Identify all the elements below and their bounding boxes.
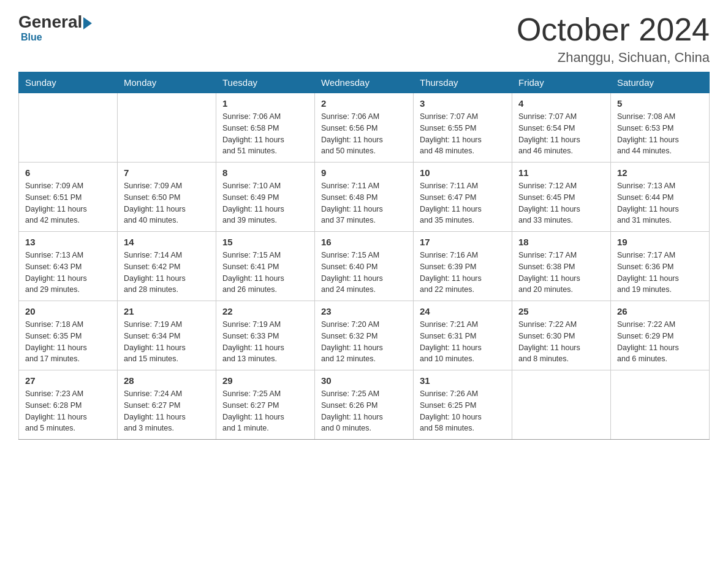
calendar-header-friday: Friday [512,72,611,93]
calendar-cell: 15Sunrise: 7:15 AMSunset: 6:41 PMDayligh… [216,232,315,301]
day-number: 30 [321,375,407,386]
calendar-cell [512,370,611,440]
calendar-week-5: 27Sunrise: 7:23 AMSunset: 6:28 PMDayligh… [19,370,710,440]
calendar-week-1: 1Sunrise: 7:06 AMSunset: 6:58 PMDaylight… [19,93,710,163]
day-info: Sunrise: 7:13 AMSunset: 6:44 PMDaylight:… [617,180,703,226]
calendar-header-monday: Monday [118,72,216,93]
day-number: 28 [124,375,210,386]
day-number: 27 [25,375,111,386]
calendar-cell: 16Sunrise: 7:15 AMSunset: 6:40 PMDayligh… [315,232,414,301]
day-number: 25 [518,306,604,316]
logo-arrow-icon [83,17,92,29]
day-info: Sunrise: 7:06 AMSunset: 6:56 PMDaylight:… [321,111,407,157]
day-info: Sunrise: 7:15 AMSunset: 6:41 PMDaylight:… [222,250,308,296]
day-info: Sunrise: 7:09 AMSunset: 6:51 PMDaylight:… [25,180,111,226]
day-number: 3 [420,98,506,109]
day-number: 20 [25,306,111,316]
title-area: October 2024 Zhanggu, Sichuan, China [517,12,710,66]
month-title: October 2024 [517,12,710,47]
calendar-cell: 4Sunrise: 7:07 AMSunset: 6:54 PMDaylight… [512,93,611,163]
day-info: Sunrise: 7:06 AMSunset: 6:58 PMDaylight:… [222,111,308,157]
day-number: 16 [321,237,407,247]
calendar-week-4: 20Sunrise: 7:18 AMSunset: 6:35 PMDayligh… [19,301,710,370]
calendar-cell: 11Sunrise: 7:12 AMSunset: 6:45 PMDayligh… [512,163,611,232]
day-number: 2 [321,98,407,109]
calendar-cell: 25Sunrise: 7:22 AMSunset: 6:30 PMDayligh… [512,301,611,370]
day-info: Sunrise: 7:22 AMSunset: 6:30 PMDaylight:… [518,319,604,365]
day-info: Sunrise: 7:14 AMSunset: 6:42 PMDaylight:… [124,250,210,296]
day-number: 9 [321,167,407,178]
calendar-cell: 10Sunrise: 7:11 AMSunset: 6:47 PMDayligh… [414,163,512,232]
calendar-cell: 6Sunrise: 7:09 AMSunset: 6:51 PMDaylight… [19,163,118,232]
day-number: 18 [518,237,604,247]
day-number: 8 [222,167,308,178]
calendar-cell: 22Sunrise: 7:19 AMSunset: 6:33 PMDayligh… [216,301,315,370]
day-number: 15 [222,237,308,247]
day-info: Sunrise: 7:23 AMSunset: 6:28 PMDaylight:… [25,388,111,434]
calendar-cell: 29Sunrise: 7:25 AMSunset: 6:27 PMDayligh… [216,370,315,440]
day-info: Sunrise: 7:18 AMSunset: 6:35 PMDaylight:… [25,319,111,365]
calendar-cell [118,93,216,163]
calendar-cell: 23Sunrise: 7:20 AMSunset: 6:32 PMDayligh… [315,301,414,370]
day-number: 29 [222,375,308,386]
logo-text: General [18,12,92,32]
day-info: Sunrise: 7:12 AMSunset: 6:45 PMDaylight:… [518,180,604,226]
day-info: Sunrise: 7:19 AMSunset: 6:33 PMDaylight:… [222,319,308,365]
day-info: Sunrise: 7:11 AMSunset: 6:48 PMDaylight:… [321,180,407,226]
calendar-cell: 19Sunrise: 7:17 AMSunset: 6:36 PMDayligh… [611,232,710,301]
day-number: 6 [25,167,111,178]
calendar-header-thursday: Thursday [414,72,512,93]
day-info: Sunrise: 7:17 AMSunset: 6:36 PMDaylight:… [617,250,703,296]
day-number: 17 [420,237,506,247]
calendar-cell: 2Sunrise: 7:06 AMSunset: 6:56 PMDaylight… [315,93,414,163]
day-info: Sunrise: 7:24 AMSunset: 6:27 PMDaylight:… [124,388,210,434]
day-number: 26 [617,306,703,316]
calendar-week-2: 6Sunrise: 7:09 AMSunset: 6:51 PMDaylight… [19,163,710,232]
location-title: Zhanggu, Sichuan, China [517,50,710,66]
day-number: 19 [617,237,703,247]
page-header: General Blue October 2024 Zhanggu, Sichu… [18,12,710,66]
calendar-cell: 20Sunrise: 7:18 AMSunset: 6:35 PMDayligh… [19,301,118,370]
calendar-cell: 30Sunrise: 7:25 AMSunset: 6:26 PMDayligh… [315,370,414,440]
day-number: 14 [124,237,210,247]
day-info: Sunrise: 7:16 AMSunset: 6:39 PMDaylight:… [420,250,506,296]
calendar-cell: 8Sunrise: 7:10 AMSunset: 6:49 PMDaylight… [216,163,315,232]
day-number: 4 [518,98,604,109]
calendar-cell: 31Sunrise: 7:26 AMSunset: 6:25 PMDayligh… [414,370,512,440]
calendar-cell [19,93,118,163]
calendar-cell: 9Sunrise: 7:11 AMSunset: 6:48 PMDaylight… [315,163,414,232]
calendar-week-3: 13Sunrise: 7:13 AMSunset: 6:43 PMDayligh… [19,232,710,301]
calendar-cell: 14Sunrise: 7:14 AMSunset: 6:42 PMDayligh… [118,232,216,301]
day-info: Sunrise: 7:25 AMSunset: 6:27 PMDaylight:… [222,388,308,434]
logo-general-text: General [18,12,82,32]
day-info: Sunrise: 7:20 AMSunset: 6:32 PMDaylight:… [321,319,407,365]
logo-blue-text: Blue [21,32,42,43]
day-info: Sunrise: 7:07 AMSunset: 6:55 PMDaylight:… [420,111,506,157]
calendar-cell: 3Sunrise: 7:07 AMSunset: 6:55 PMDaylight… [414,93,512,163]
day-info: Sunrise: 7:13 AMSunset: 6:43 PMDaylight:… [25,250,111,296]
day-info: Sunrise: 7:09 AMSunset: 6:50 PMDaylight:… [124,180,210,226]
calendar-cell: 24Sunrise: 7:21 AMSunset: 6:31 PMDayligh… [414,301,512,370]
calendar-header-saturday: Saturday [611,72,710,93]
logo: General Blue [18,12,92,43]
day-number: 24 [420,306,506,316]
calendar-table: SundayMondayTuesdayWednesdayThursdayFrid… [18,72,710,440]
day-info: Sunrise: 7:17 AMSunset: 6:38 PMDaylight:… [518,250,604,296]
day-info: Sunrise: 7:26 AMSunset: 6:25 PMDaylight:… [420,388,506,434]
calendar-header-wednesday: Wednesday [315,72,414,93]
day-number: 21 [124,306,210,316]
day-info: Sunrise: 7:11 AMSunset: 6:47 PMDaylight:… [420,180,506,226]
calendar-cell: 12Sunrise: 7:13 AMSunset: 6:44 PMDayligh… [611,163,710,232]
day-info: Sunrise: 7:22 AMSunset: 6:29 PMDaylight:… [617,319,703,365]
day-number: 7 [124,167,210,178]
day-number: 1 [222,98,308,109]
day-info: Sunrise: 7:07 AMSunset: 6:54 PMDaylight:… [518,111,604,157]
day-info: Sunrise: 7:25 AMSunset: 6:26 PMDaylight:… [321,388,407,434]
calendar-cell: 26Sunrise: 7:22 AMSunset: 6:29 PMDayligh… [611,301,710,370]
day-number: 13 [25,237,111,247]
calendar-cell: 17Sunrise: 7:16 AMSunset: 6:39 PMDayligh… [414,232,512,301]
calendar-cell: 13Sunrise: 7:13 AMSunset: 6:43 PMDayligh… [19,232,118,301]
day-number: 12 [617,167,703,178]
day-info: Sunrise: 7:19 AMSunset: 6:34 PMDaylight:… [124,319,210,365]
calendar-cell: 1Sunrise: 7:06 AMSunset: 6:58 PMDaylight… [216,93,315,163]
